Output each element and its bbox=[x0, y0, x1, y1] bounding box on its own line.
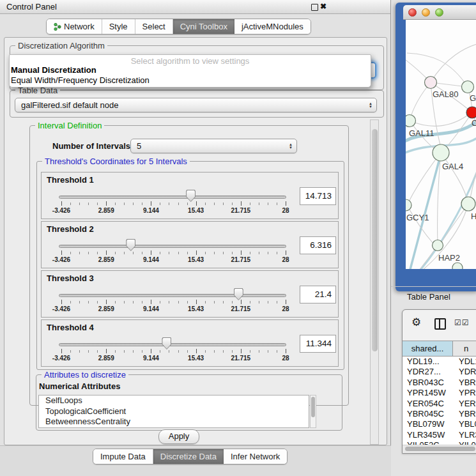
network-node[interactable] bbox=[466, 107, 476, 118]
slider-ticks bbox=[61, 201, 286, 206]
table-cell[interactable]: YDL1 bbox=[456, 357, 476, 367]
close-traffic-light[interactable] bbox=[408, 8, 417, 17]
table-cell[interactable]: YBR045C bbox=[403, 409, 456, 419]
table-cell[interactable]: YER0 bbox=[456, 399, 476, 409]
slider-track[interactable] bbox=[59, 245, 286, 248]
algorithm-dropdown-popup: Select algorithm to view settings Manual… bbox=[9, 54, 371, 88]
node-label: H bbox=[471, 211, 476, 221]
tab-select[interactable]: Select bbox=[135, 19, 173, 34]
table-cell[interactable]: YBL079W bbox=[403, 419, 456, 429]
slider-ticks bbox=[61, 250, 286, 256]
scrollbar-thumb[interactable] bbox=[311, 397, 315, 417]
tab-cyni-toolbox[interactable]: Cyni Toolbox bbox=[173, 19, 234, 34]
column-layout-icon[interactable] bbox=[434, 318, 446, 330]
numeric-attributes-list[interactable]: SelfLoopsTopologicalCoefficientBetweenne… bbox=[38, 395, 309, 428]
zoom-traffic-light[interactable] bbox=[435, 8, 443, 17]
attribute-list-item[interactable]: TopologicalCoefficient bbox=[39, 406, 309, 417]
network-node[interactable] bbox=[433, 144, 449, 161]
table-row[interactable]: YBR045CYBR0 bbox=[403, 409, 476, 419]
network-canvas[interactable]: GAL80GACGAL11GAL4GCY1HHAP2 bbox=[406, 20, 476, 269]
threshold-label: Threshold 3 bbox=[47, 273, 94, 283]
network-node[interactable] bbox=[433, 240, 443, 251]
network-node[interactable] bbox=[462, 81, 474, 93]
slider-tick-labels: -3.4262.8599.14415.4321.71528 bbox=[61, 355, 286, 362]
tab-impute-data[interactable]: Impute Data bbox=[93, 449, 153, 464]
column-header-shared-name[interactable]: shared... bbox=[403, 341, 453, 356]
tab-jactivemnodules[interactable]: jActiveMNodules bbox=[234, 19, 311, 34]
right-region: GAL80GACGAL11GAL4GCY1HHAP2 Table Panel ⚙… bbox=[391, 0, 476, 476]
table-cell[interactable]: YPR145W bbox=[403, 388, 456, 398]
thresholds-coordinates-group: Threshold's Coordinates for 5 Intervals … bbox=[36, 161, 344, 370]
table-cell[interactable]: YER054C bbox=[403, 399, 456, 409]
table-row[interactable]: YER054CYER0 bbox=[403, 399, 476, 409]
minimize-traffic-light[interactable] bbox=[422, 8, 430, 17]
gear-icon[interactable]: ⚙ bbox=[411, 317, 421, 328]
network-node[interactable] bbox=[461, 197, 475, 211]
close-icon[interactable]: ✖ bbox=[320, 2, 326, 11]
slider-track[interactable] bbox=[59, 294, 286, 297]
table-row[interactable]: YBL079WYBL0 bbox=[403, 419, 476, 429]
cyni-toolbox-panel: Discretization Algorithm ▲▼ Select algor… bbox=[4, 37, 387, 445]
tab-style[interactable]: Style bbox=[102, 19, 135, 34]
popup-option-manual-discretization[interactable]: Manual Discretization bbox=[11, 65, 96, 75]
table-cell[interactable]: YDR2 bbox=[456, 367, 476, 377]
network-node[interactable] bbox=[406, 115, 416, 127]
threshold-value-field[interactable]: 6.316 bbox=[300, 236, 336, 254]
table-row[interactable]: YLR345WYLR3 bbox=[403, 430, 476, 440]
table-panel-window: ⚙ ☑☑ shared... n YDL19...YDL1YDR27...YDR… bbox=[402, 309, 476, 454]
tab-discretize-data[interactable]: Discretize Data bbox=[153, 449, 224, 464]
node-label: GAL11 bbox=[409, 128, 434, 138]
table-cell[interactable]: YDR27... bbox=[403, 367, 456, 377]
table-data-dropdown[interactable]: galFiltered.sif default node ▲▼ bbox=[15, 98, 377, 112]
slider-handle[interactable] bbox=[234, 288, 243, 300]
slider-handle[interactable] bbox=[126, 239, 135, 251]
attributes-to-discretize-group: Attributes to discretize Numerical Attri… bbox=[36, 374, 342, 431]
table-cell[interactable]: YBR0 bbox=[456, 409, 476, 419]
table-cell[interactable]: YLR3 bbox=[456, 430, 476, 440]
table-cell[interactable]: YBR043C bbox=[403, 378, 456, 388]
table-cell[interactable]: YPR1 bbox=[456, 388, 476, 398]
table-row[interactable]: YBR043CYBR0 bbox=[403, 378, 476, 388]
table-row[interactable]: YPR145WYPR1 bbox=[403, 388, 476, 398]
threshold-label: Threshold 1 bbox=[47, 175, 94, 185]
network-node[interactable] bbox=[452, 263, 463, 269]
network-node[interactable] bbox=[406, 199, 411, 211]
table-cell[interactable]: YBL0 bbox=[456, 419, 476, 429]
table-cell[interactable]: YLR345W bbox=[403, 430, 456, 440]
slider-handle[interactable] bbox=[162, 337, 171, 349]
popup-option-equal-width-frequency[interactable]: Equal Width/Frequency Discretization bbox=[11, 75, 150, 85]
slider-track[interactable] bbox=[59, 196, 286, 199]
table-header-row: shared... n bbox=[403, 341, 476, 357]
network-node[interactable] bbox=[425, 77, 437, 89]
slider-track[interactable] bbox=[59, 343, 286, 346]
float-panel-icon[interactable] bbox=[311, 4, 318, 11]
attribute-list-item[interactable]: BetweennessCentrality bbox=[39, 417, 309, 427]
node-label: GAL80 bbox=[433, 89, 458, 99]
apply-button[interactable]: Apply bbox=[158, 429, 199, 444]
node-label: HAP2 bbox=[438, 253, 460, 263]
slider-handle[interactable] bbox=[186, 190, 196, 202]
table-cell[interactable]: YBR0 bbox=[456, 378, 476, 388]
table-row[interactable]: YDL19...YDL1 bbox=[403, 357, 476, 367]
group-label: Discretization Algorithm bbox=[15, 41, 107, 50]
network-icon bbox=[54, 22, 61, 31]
tab-label: Infer Network bbox=[231, 452, 280, 461]
attribute-list-item[interactable]: SelfLoops bbox=[39, 395, 309, 406]
panel-scrollbar[interactable] bbox=[370, 119, 379, 445]
checkbox-icons[interactable]: ☑☑ bbox=[454, 318, 470, 327]
column-header-name[interactable]: n bbox=[453, 341, 476, 356]
attributes-list-scrollbar[interactable] bbox=[310, 395, 316, 428]
scrollbar-thumb[interactable] bbox=[405, 447, 475, 451]
threshold-value-field[interactable]: 11.344 bbox=[300, 335, 336, 353]
table-horizontal-scrollbar[interactable] bbox=[403, 445, 476, 452]
table-panel-title: Table Panel bbox=[407, 292, 450, 302]
table-row[interactable]: YDR27...YDR2 bbox=[403, 367, 476, 377]
table-cell[interactable]: YDL19... bbox=[403, 357, 456, 367]
threshold-value-field[interactable]: 14.713 bbox=[300, 187, 336, 205]
number-of-intervals-dropdown[interactable]: 5 ▲▼ bbox=[130, 139, 297, 153]
tab-network[interactable]: Network bbox=[47, 19, 102, 34]
scrollbar-thumb[interactable] bbox=[372, 129, 378, 351]
network-view-window[interactable]: GAL80GACGAL11GAL4GCY1HHAP2 bbox=[395, 3, 476, 291]
threshold-value-field[interactable]: 21.4 bbox=[300, 286, 336, 303]
tab-infer-network[interactable]: Infer Network bbox=[224, 449, 287, 464]
